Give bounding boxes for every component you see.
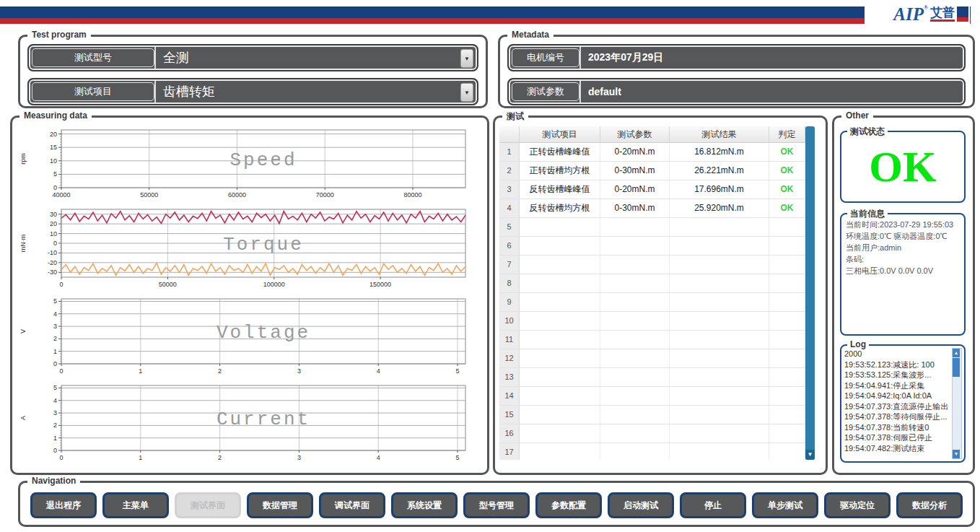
row-number-cell[interactable]: 16	[499, 424, 520, 443]
test-model-dropdown-icon[interactable]: ▼	[460, 49, 473, 68]
table-cell[interactable]: 反转齿槽峰峰值	[520, 180, 600, 199]
table-cell[interactable]	[520, 406, 600, 424]
row-number-cell[interactable]: 15	[499, 406, 520, 424]
nav-button-启动测试[interactable]: 启动测试	[608, 492, 674, 518]
table-cell[interactable]: 16.812mN.m	[670, 143, 769, 162]
table-cell[interactable]	[769, 387, 805, 406]
table-cell[interactable]	[520, 312, 600, 331]
table-cell[interactable]	[769, 406, 805, 424]
table-cell[interactable]	[520, 218, 600, 237]
table-cell[interactable]	[600, 349, 670, 368]
row-number-cell[interactable]: 17	[499, 443, 520, 460]
row-number-cell[interactable]: 2	[499, 162, 520, 180]
table-cell[interactable]	[670, 256, 769, 274]
table-cell[interactable]: 25.920mN.m	[670, 199, 769, 218]
table-cell[interactable]: OK	[769, 143, 805, 162]
row-number-cell[interactable]: 8	[499, 274, 520, 293]
table-cell[interactable]: 正转齿槽均方根	[520, 162, 600, 180]
row-number-cell[interactable]: 12	[499, 349, 520, 368]
row-number-cell[interactable]: 14	[499, 387, 520, 406]
table-cell[interactable]	[600, 331, 670, 349]
table-cell[interactable]	[670, 274, 769, 293]
nav-button-单步测试[interactable]: 单步测试	[752, 492, 818, 518]
table-cell[interactable]: 0-20mN.m	[600, 180, 670, 199]
row-number-cell[interactable]: 6	[499, 237, 520, 256]
row-number-cell[interactable]: 9	[499, 293, 520, 312]
table-cell[interactable]	[769, 256, 805, 274]
nav-button-驱动定位[interactable]: 驱动定位	[824, 492, 891, 518]
table-cell[interactable]: 17.696mN.m	[670, 180, 769, 199]
table-cell[interactable]	[769, 237, 805, 256]
table-cell[interactable]	[520, 387, 600, 406]
table-cell[interactable]	[670, 331, 769, 349]
row-number-cell[interactable]: 5	[499, 218, 520, 237]
table-cell[interactable]	[600, 312, 670, 331]
scroll-down-icon[interactable]: ▼	[805, 450, 815, 460]
table-cell[interactable]	[520, 331, 600, 349]
test-item-dropdown-icon[interactable]: ▼	[460, 83, 473, 102]
table-cell[interactable]: OK	[769, 162, 805, 180]
table-scrollbar[interactable]: ▼	[805, 126, 815, 460]
table-cell[interactable]	[600, 293, 670, 312]
scroll-up-icon[interactable]: ▲	[953, 349, 960, 357]
nav-button-型号管理[interactable]: 型号管理	[463, 492, 530, 518]
table-cell[interactable]: OK	[769, 199, 805, 218]
table-cell[interactable]	[769, 293, 805, 312]
table-cell[interactable]	[600, 237, 670, 256]
table-cell[interactable]	[520, 443, 600, 460]
table-cell[interactable]	[600, 218, 670, 237]
table-cell[interactable]	[600, 368, 670, 387]
table-cell[interactable]	[670, 368, 769, 387]
table-cell[interactable]	[769, 443, 805, 460]
table-cell[interactable]	[670, 349, 769, 368]
log-scroll-thumb[interactable]	[953, 358, 960, 377]
table-cell[interactable]	[769, 349, 805, 368]
table-cell[interactable]	[769, 331, 805, 349]
row-number-cell[interactable]: 4	[499, 199, 520, 218]
table-cell[interactable]: OK	[769, 180, 805, 199]
row-number-cell[interactable]: 13	[499, 368, 520, 387]
table-cell[interactable]: 反转齿槽均方根	[520, 199, 600, 218]
table-cell[interactable]	[520, 293, 600, 312]
table-cell[interactable]	[520, 256, 600, 274]
table-cell[interactable]: 正转齿槽峰峰值	[520, 143, 600, 162]
table-cell[interactable]	[769, 274, 805, 293]
table-cell[interactable]: 0-20mN.m	[600, 143, 670, 162]
table-cell[interactable]	[600, 387, 670, 406]
table-cell[interactable]	[600, 256, 670, 274]
test-results-table[interactable]: 测试项目测试参数测试结果判定1正转齿槽峰峰值0-20mN.m16.812mN.m…	[499, 126, 815, 460]
scroll-down-icon[interactable]: ▼	[953, 450, 960, 458]
table-cell[interactable]	[769, 424, 805, 443]
table-cell[interactable]	[670, 218, 769, 237]
table-cell[interactable]	[670, 443, 769, 460]
nav-button-数据分析[interactable]: 数据分析	[896, 492, 963, 518]
table-cell[interactable]	[600, 443, 670, 460]
nav-button-退出程序[interactable]: 退出程序	[30, 492, 97, 518]
row-number-cell[interactable]: 7	[499, 256, 520, 274]
table-cell[interactable]	[769, 312, 805, 331]
table-cell[interactable]: 26.221mN.m	[670, 162, 769, 180]
table-cell[interactable]	[670, 293, 769, 312]
motor-id-field[interactable]: 电机编号 2023年07月29日	[507, 44, 966, 71]
test-model-combobox[interactable]: 测试型号 全测 ▼	[27, 44, 478, 71]
table-cell[interactable]	[520, 368, 600, 387]
table-cell[interactable]	[520, 274, 600, 293]
nav-button-参数配置[interactable]: 参数配置	[535, 492, 602, 518]
table-cell[interactable]	[520, 237, 600, 256]
table-cell[interactable]	[600, 424, 670, 443]
log-scrollbar[interactable]: ▲ ▼	[952, 348, 962, 459]
table-cell[interactable]	[670, 237, 769, 256]
nav-button-系统设置[interactable]: 系统设置	[391, 492, 458, 518]
log-lines[interactable]: 200019:53:52.123:减速比: 10019:53:53.125:采集…	[844, 349, 951, 458]
row-number-cell[interactable]: 1	[499, 143, 520, 162]
nav-button-数据管理[interactable]: 数据管理	[247, 492, 313, 518]
nav-button-停止[interactable]: 停止	[680, 492, 746, 518]
table-cell[interactable]: 0-30mN.m	[600, 162, 670, 180]
row-number-cell[interactable]: 11	[499, 331, 520, 349]
table-cell[interactable]: 0-30mN.m	[600, 199, 670, 218]
table-cell[interactable]	[670, 387, 769, 406]
row-number-cell[interactable]: 3	[499, 180, 520, 199]
test-item-combobox[interactable]: 测试项目 齿槽转矩 ▼	[27, 78, 478, 105]
nav-button-调试界面[interactable]: 调试界面	[319, 492, 385, 518]
table-cell[interactable]	[670, 406, 769, 424]
